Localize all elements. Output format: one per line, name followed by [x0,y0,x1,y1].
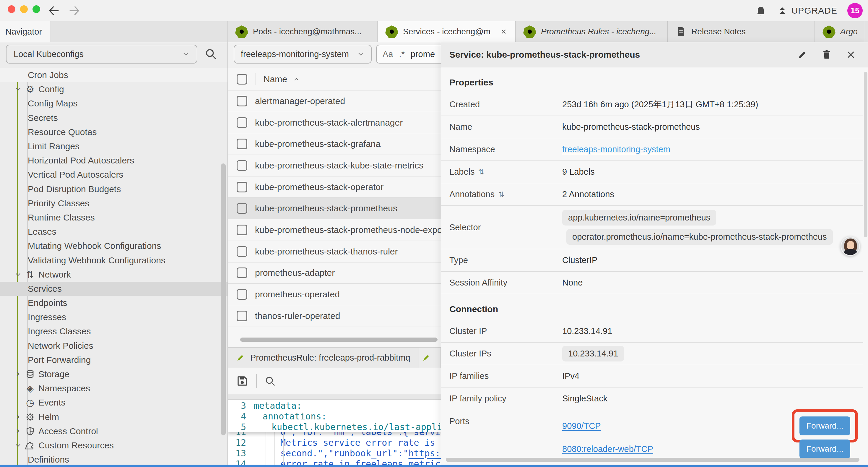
select-all-checkbox[interactable] [237,74,247,85]
sidebar-item-config-maps[interactable]: Config Maps [0,96,227,111]
sidebar-item-mutating-webhook-configurations[interactable]: Mutating Webhook Configurations [0,239,227,253]
forward-arrow-icon[interactable] [68,4,81,17]
sidebar-item-runtime-classes[interactable]: Runtime Classes [0,210,227,225]
forward-button[interactable]: Forward... [800,416,850,435]
sidebar-item-storage[interactable]: Storage [0,367,227,381]
sidebar-item-helm[interactable]: Helm [0,410,227,424]
table-row[interactable]: kube-prometheus-stack-prometheus-node-ex… [228,219,441,241]
tab-prometheus-rules-icecheng[interactable]: Prometheus Rules - icecheng... [516,21,668,42]
zoom-window-button[interactable] [32,5,40,13]
close-window-button[interactable] [8,5,16,13]
sidebar-item-network-policies[interactable]: Network Policies [0,339,227,353]
upgrade-button[interactable]: UPGRADE [777,5,837,16]
edit-pencil-icon[interactable] [797,49,808,60]
table-row[interactable]: kube-prometheus-stack-alertmanager [228,112,441,134]
sidebar-item-services[interactable]: Services [0,282,227,296]
row-checkbox[interactable] [237,160,247,171]
chevron-down-icon[interactable] [13,442,23,449]
row-checkbox[interactable] [237,246,247,257]
table-row[interactable]: alertmanager-operated [228,90,441,112]
regex-toggle[interactable]: .* [399,49,404,59]
table-row[interactable]: kube-prometheus-stack-thanos-ruler [228,241,441,262]
sidebar-item-validating-webhook-configurations[interactable]: Validating Webhook Configurations [0,253,227,267]
chevron-down-icon[interactable] [13,271,23,279]
sidebar-item-leases[interactable]: Leases [0,225,227,239]
sidebar-item-ingress-classes[interactable]: Ingress Classes [0,324,227,339]
kubeconfig-select[interactable]: Local Kubeconfigs [6,45,197,63]
tab-pods-icecheng-mathmas[interactable]: Pods - icecheng@mathmas... [227,21,378,42]
minimize-window-button[interactable] [20,5,28,13]
namespace-select[interactable]: freeleaps-monitoring-system [234,45,372,63]
tab-release-notes[interactable]: Release Notes [668,21,815,42]
editor-tab[interactable]: PrometheusRule: freeleaps-prod-rabbitmq [228,348,419,368]
back-arrow-icon[interactable] [47,4,60,17]
runbook-url-link[interactable]: https://net [408,448,441,459]
sidebar-item-network[interactable]: ⇅Network [0,267,227,282]
sidebar-item-custom-resources[interactable]: Custom Resources [0,438,227,453]
editor-tab-partial[interactable] [419,348,441,368]
close-icon[interactable] [845,49,856,60]
table-row[interactable]: prometheus-operated [228,284,441,305]
sidebar-item-limit-ranges[interactable]: Limit Ranges [0,139,227,153]
table-row[interactable]: thanos-ruler-operated [228,305,441,327]
namespace-link[interactable]: freeleaps-monitoring-system [562,145,670,154]
table-row[interactable]: kube-prometheus-stack-operator [228,176,441,198]
search-icon[interactable] [265,375,276,387]
sidebar-item-port-forwarding[interactable]: Port Forwarding [0,353,227,367]
close-tab-icon[interactable] [500,28,507,35]
chevron-right-icon[interactable] [13,370,23,378]
name-column-header[interactable]: Name [264,74,300,84]
sidebar-item-access-control[interactable]: Access Control [0,424,227,438]
row-checkbox[interactable] [237,96,247,107]
chevron-down-icon[interactable] [13,85,23,93]
assistant-avatar[interactable] [840,236,860,256]
row-checkbox[interactable] [237,203,247,214]
sidebar-item-priority-classes[interactable]: Priority Classes [0,196,227,210]
table-row[interactable]: kube-prometheus-stack-prometheus [228,198,441,219]
delete-trash-icon[interactable] [821,49,832,60]
sidebar-scrollbar[interactable] [221,164,226,435]
notifications-bell-icon[interactable] [755,5,767,17]
search-input[interactable]: Aa .* prome [376,45,450,63]
sidebar-item-definitions[interactable]: Definitions [0,453,227,465]
yaml-editor[interactable]: 3metadata:4annotations:5kubectl.kubernet… [228,400,441,465]
row-checkbox[interactable] [237,139,247,149]
row-checkbox[interactable] [237,267,247,278]
sidebar-item-config[interactable]: ⚙Config [0,82,227,96]
detail-horizontal-scrollbar[interactable] [446,458,860,462]
sidebar-item-ingresses[interactable]: Ingresses [0,310,227,324]
tab-argo-se[interactable]: Argo Se [815,21,865,42]
sidebar-item-pod-disruption-budgets[interactable]: Pod Disruption Budgets [0,182,227,196]
sidebar-item-cron-jobs[interactable]: Cron Jobs [0,68,227,82]
match-case-toggle[interactable]: Aa [382,49,393,59]
row-checkbox[interactable] [237,225,247,235]
sidebar-item-events[interactable]: ◷Events [0,396,227,410]
table-row[interactable]: kube-prometheus-stack-kube-state-metrics [228,155,441,176]
notification-count-badge[interactable]: 15 [847,3,863,18]
sidebar-item-horizontal-pod-autoscalers[interactable]: Horizontal Pod Autoscalers [0,153,227,168]
forward-button[interactable]: Forward... [800,439,850,459]
list-horizontal-scrollbar[interactable] [240,338,438,342]
row-checkbox[interactable] [237,289,247,300]
sidebar-item-namespaces[interactable]: ◈Namespaces [0,381,227,396]
sidebar-item-vertical-pod-autoscalers[interactable]: Vertical Pod Autoscalers [0,168,227,182]
sort-toggle-icon[interactable]: ⇅ [498,191,504,199]
sidebar-item-secrets[interactable]: Secrets [0,111,227,125]
chevron-right-icon[interactable] [13,413,23,421]
row-checkbox[interactable] [237,182,247,193]
search-icon[interactable] [205,48,217,60]
row-checkbox[interactable] [237,311,247,321]
sidebar-item-endpoints[interactable]: Endpoints [0,296,227,310]
tab-services-icecheng-math[interactable]: Services - icecheng@math... [378,21,516,42]
port-link[interactable]: 8080:reloader-web/TCP [562,444,653,454]
tab-navigator[interactable]: Navigator [0,21,51,42]
port-link[interactable]: 9090/TCP [562,421,601,431]
sort-toggle-icon[interactable]: ⇅ [478,168,484,176]
detail-vertical-scrollbar[interactable] [864,72,867,237]
chevron-right-icon[interactable] [13,428,23,435]
row-checkbox[interactable] [237,117,247,128]
table-row[interactable]: prometheus-adapter [228,262,441,284]
save-icon[interactable] [236,375,248,387]
sidebar-item-resource-quotas[interactable]: Resource Quotas [0,125,227,139]
table-row[interactable]: kube-prometheus-stack-grafana [228,133,441,155]
